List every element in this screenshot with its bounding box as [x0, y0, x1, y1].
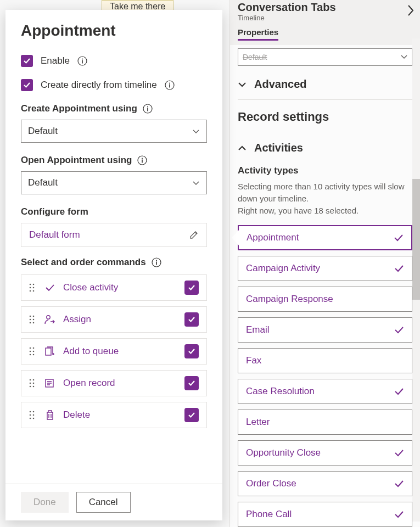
create-using-label: Create Appointment using	[21, 103, 207, 114]
commands-label: Select and order commands	[21, 257, 207, 268]
svg-rect-2	[82, 60, 83, 64]
command-open-record[interactable]: Open record	[21, 370, 207, 396]
svg-point-20	[33, 290, 35, 292]
command-checkbox[interactable]	[184, 281, 199, 295]
chevron-down-icon	[192, 129, 200, 134]
command-label: Close activity	[63, 282, 118, 293]
drag-handle-icon[interactable]	[29, 347, 37, 356]
activity-type-phone-call[interactable]: Phone Call	[238, 502, 412, 527]
activity-type-label: Fax	[246, 355, 261, 366]
open-using-label: Open Appointment using	[21, 155, 207, 166]
activity-type-order-close[interactable]: Order Close	[238, 471, 412, 496]
info-icon[interactable]	[77, 56, 87, 66]
svg-point-10	[142, 158, 143, 159]
properties-header: Conversation Tabs Timeline Properties	[230, 0, 420, 45]
queue-icon	[44, 346, 55, 356]
svg-point-17	[30, 287, 31, 289]
activities-label: Activities	[254, 142, 303, 154]
chevron-right-icon[interactable]	[407, 4, 415, 16]
create-from-timeline-checkbox[interactable]	[21, 79, 33, 91]
activity-type-label: Email	[246, 324, 270, 335]
activity-type-fax[interactable]: Fax	[238, 348, 412, 373]
svg-point-40	[33, 386, 35, 388]
info-icon[interactable]	[143, 104, 153, 114]
activity-types-heading: Activity types	[238, 165, 412, 176]
advanced-section-toggle[interactable]: Advanced	[238, 66, 412, 97]
command-checkbox[interactable]	[184, 408, 199, 422]
previous-select-value: Default	[243, 53, 267, 61]
svg-point-7	[147, 106, 148, 108]
chevron-down-icon	[238, 82, 247, 87]
activity-type-appointment[interactable]: Appointment	[238, 225, 412, 250]
activity-type-campaign-response[interactable]: Campaign Response	[238, 287, 412, 312]
command-delete[interactable]: Delete	[21, 402, 207, 428]
tab-properties[interactable]: Properties	[238, 27, 278, 41]
svg-point-39	[30, 386, 31, 388]
check-icon	[394, 449, 404, 457]
divider	[238, 99, 412, 100]
check-icon	[394, 234, 404, 242]
configure-form-value: Default form	[29, 229, 80, 240]
command-checkbox[interactable]	[184, 344, 199, 358]
activity-type-campaign-activity[interactable]: Campaign Activity	[238, 256, 412, 281]
done-button[interactable]: Done	[21, 492, 69, 513]
svg-rect-5	[169, 85, 170, 88]
svg-point-24	[33, 319, 35, 321]
activity-type-case-resolution[interactable]: Case Resolution	[238, 379, 412, 404]
info-icon[interactable]	[152, 257, 161, 267]
command-assign[interactable]: Assign	[21, 306, 207, 333]
svg-point-19	[30, 290, 31, 292]
drag-handle-icon[interactable]	[29, 283, 37, 292]
svg-point-45	[33, 414, 35, 416]
previous-select[interactable]: Default	[238, 48, 412, 66]
activity-type-email[interactable]: Email	[238, 317, 412, 343]
activity-types-description: Selecting more than 10 activity types wi…	[238, 181, 412, 216]
svg-point-30	[30, 351, 31, 352]
check-icon	[394, 511, 404, 518]
activity-type-letter[interactable]: Letter	[238, 410, 412, 435]
record-settings-heading: Record settings	[238, 102, 412, 130]
info-icon[interactable]	[165, 80, 175, 90]
cancel-button[interactable]: Cancel	[76, 492, 131, 513]
configure-form-row[interactable]: Default form	[21, 223, 207, 247]
activity-type-opportunity-close[interactable]: Opportunity Close	[238, 440, 412, 466]
drag-handle-icon[interactable]	[29, 315, 37, 324]
svg-point-26	[33, 322, 35, 324]
enable-checkbox[interactable]	[21, 55, 33, 67]
callout-arrow-icon	[231, 229, 239, 246]
activity-type-label: Order Close	[246, 478, 296, 489]
command-label: Add to queue	[63, 346, 119, 357]
scrollbar-thumb[interactable]	[412, 179, 420, 300]
activity-type-label: Opportunity Close	[246, 447, 321, 458]
svg-point-33	[33, 354, 35, 356]
chevron-down-icon	[401, 55, 407, 59]
panel-title: Appointment	[21, 22, 207, 40]
svg-point-25	[30, 322, 31, 324]
person-arrow-icon	[44, 315, 55, 324]
scrollbar-track[interactable]	[412, 38, 420, 522]
command-list: Close activity Assign	[21, 274, 207, 428]
svg-point-38	[33, 383, 35, 384]
command-close-activity[interactable]: Close activity	[21, 274, 207, 301]
svg-point-43	[33, 411, 35, 413]
command-add-to-queue[interactable]: Add to queue	[21, 338, 207, 365]
drag-handle-icon[interactable]	[29, 411, 37, 419]
activity-type-label: Phone Call	[246, 509, 292, 520]
svg-rect-14	[156, 262, 157, 265]
check-icon	[394, 265, 404, 272]
activities-section-toggle[interactable]: Activities	[238, 130, 412, 161]
svg-point-28	[30, 347, 31, 349]
command-checkbox[interactable]	[184, 312, 199, 327]
create-using-dropdown[interactable]: Default	[21, 120, 207, 143]
svg-point-32	[30, 354, 31, 356]
svg-point-27	[47, 316, 50, 319]
info-icon[interactable]	[137, 155, 147, 165]
drag-handle-icon[interactable]	[29, 379, 37, 388]
appointment-panel: Appointment Enable Create directly from …	[5, 10, 222, 520]
create-from-timeline-row: Create directly from timeline	[21, 79, 207, 91]
check-icon	[394, 388, 404, 395]
svg-point-21	[30, 316, 31, 317]
command-checkbox[interactable]	[184, 376, 199, 390]
open-using-dropdown[interactable]: Default	[21, 171, 207, 194]
pencil-icon[interactable]	[189, 230, 199, 240]
